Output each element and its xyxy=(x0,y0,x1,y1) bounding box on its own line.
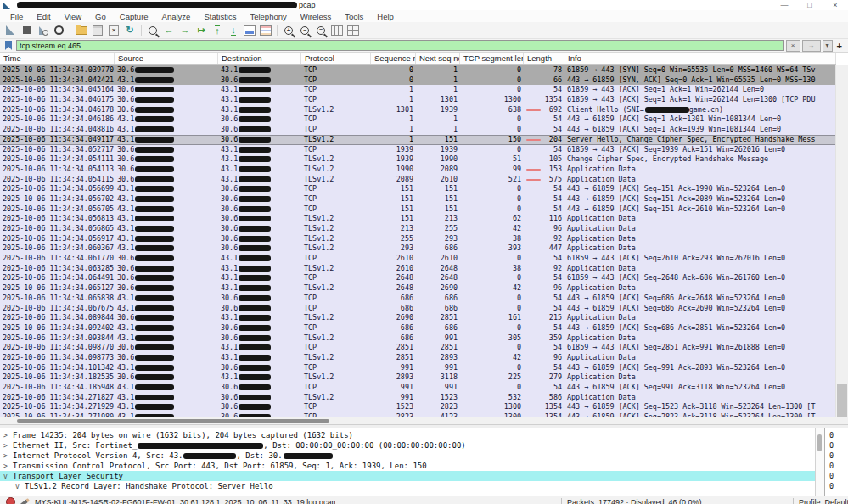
zoom-out-icon[interactable]: − xyxy=(297,24,312,37)
colorize-icon[interactable] xyxy=(258,24,273,37)
auto-scroll-icon[interactable] xyxy=(242,24,257,37)
packet-row[interactable]: 2025-10-06 11:34:34.06036743.130.6TLSv1.… xyxy=(0,244,836,254)
close-file-icon[interactable]: × xyxy=(106,24,121,37)
packet-row[interactable]: 2025-10-06 11:34:34.05669943.130.6TCP151… xyxy=(0,184,836,194)
packet-row[interactable]: 2025-10-06 11:34:34.06449130.643.1TCP264… xyxy=(0,273,836,283)
detail-tree-item[interactable]: >Frame 14235: 204 bytes on wire (1632 bi… xyxy=(0,430,815,440)
packet-row[interactable]: 2025-10-06 11:34:34.09240243.130.6TCP686… xyxy=(0,323,836,333)
menu-edit[interactable]: Edit xyxy=(30,12,57,21)
open-file-icon[interactable] xyxy=(74,24,89,37)
scrollbar-thumb[interactable] xyxy=(17,419,329,423)
collapse-arrow-icon[interactable]: v xyxy=(15,482,25,492)
filter-bookmark-icon[interactable] xyxy=(5,41,12,50)
packet-row[interactable]: 2025-10-06 11:34:34.05411530.643.1TLSv1.… xyxy=(0,175,836,185)
packet-row[interactable]: 2025-10-06 11:34:34.05411130.643.1TLSv1.… xyxy=(0,154,836,165)
packet-row[interactable]: 2025-10-06 11:34:34.10134243.130.6TCP991… xyxy=(0,363,836,373)
find-packet-icon[interactable] xyxy=(145,24,160,37)
close-icon[interactable]: × xyxy=(823,0,848,10)
packet-list-vertical-scrollbar[interactable] xyxy=(835,65,848,417)
go-back-icon[interactable]: ← xyxy=(161,24,177,37)
menu-statistics[interactable]: Statistics xyxy=(197,12,243,21)
go-bottom-icon[interactable]: ↓ xyxy=(226,24,241,37)
packet-row[interactable]: 2025-10-06 11:34:34.08984430.643.1TLSv1.… xyxy=(0,313,836,323)
packet-row[interactable]: 2025-10-06 11:34:34.05411330.643.1TLSv1.… xyxy=(0,165,836,175)
profile-label[interactable]: Profile: Default xyxy=(799,498,848,504)
menu-analyze[interactable]: Analyze xyxy=(155,12,198,21)
packet-list-horizontal-scrollbar[interactable] xyxy=(0,417,848,424)
resize-columns-icon[interactable] xyxy=(329,24,345,37)
capture-filters-icon[interactable] xyxy=(51,24,66,37)
packet-row[interactable]: 2025-10-06 11:34:34.06512730.643.1TLSv1.… xyxy=(0,283,836,294)
packet-row[interactable]: 2025-10-06 11:34:34.18253530.643.1TLSv1.… xyxy=(0,372,836,383)
detail-tree-item[interactable]: >Transmission Control Protocol, Src Port… xyxy=(0,461,815,471)
zoom-in-icon[interactable]: + xyxy=(281,24,296,37)
packet-row[interactable]: 2025-10-06 11:34:34.04617830.643.1TLSv1.… xyxy=(0,105,836,115)
scrollbar-thumb[interactable] xyxy=(817,434,822,451)
layout-grid-icon[interactable] xyxy=(345,24,361,37)
packet-row[interactable]: 2025-10-06 11:34:34.06583843.130.6TCP686… xyxy=(0,294,836,304)
stop-capture-icon[interactable] xyxy=(19,24,34,37)
filter-apply-icon[interactable]: → xyxy=(802,40,821,52)
packet-row[interactable]: 2025-10-06 11:34:34.05670543.130.6TCP151… xyxy=(0,204,836,215)
packet-row[interactable]: 2025-10-06 11:34:34.04617530.643.1TCP113… xyxy=(0,95,836,105)
minimize-icon[interactable]: — xyxy=(772,0,797,10)
packet-row[interactable]: 2025-10-06 11:34:34.04618643.130.6TCP110… xyxy=(0,115,836,125)
save-file-icon[interactable] xyxy=(90,24,105,37)
column-header-sequence-no[interactable]: Sequence no xyxy=(371,53,416,64)
menu-view[interactable]: View xyxy=(58,12,88,21)
column-header-protocol[interactable]: Protocol xyxy=(301,53,371,64)
packet-row[interactable]: 2025-10-06 11:34:34.06328530.643.1TLSv1.… xyxy=(0,264,836,274)
packet-row[interactable]: 2025-10-06 11:34:34.27192943.130.6TCP152… xyxy=(0,402,836,412)
scrollbar-thumb[interactable] xyxy=(837,384,847,417)
detail-tree-item[interactable]: >Ethernet II, Src: Fortinet_, Dst: 00:00… xyxy=(0,440,815,451)
packet-row[interactable]: 2025-10-06 11:34:34.05691743.130.6TLSv1.… xyxy=(0,234,836,244)
packet-row[interactable]: 2025-10-06 11:34:34.04516430.643.1TCP110… xyxy=(0,85,836,95)
start-capture-icon[interactable] xyxy=(3,24,18,37)
column-header-tcp-segment-length[interactable]: TCP segment length xyxy=(460,53,524,64)
packet-row[interactable]: 2025-10-06 11:34:34.03977030.643.1TCP010… xyxy=(0,65,836,76)
filter-clear-icon[interactable]: × xyxy=(786,40,800,52)
reload-icon[interactable]: ↻ xyxy=(122,24,138,37)
go-top-icon[interactable]: ↑ xyxy=(210,24,225,37)
packet-row[interactable]: 2025-10-06 11:34:34.05670243.130.6TCP151… xyxy=(0,194,836,204)
menu-go[interactable]: Go xyxy=(88,12,113,21)
packet-row[interactable]: 2025-10-06 11:34:34.04242143.130.6TCP010… xyxy=(0,76,836,86)
packet-row[interactable]: 2025-10-06 11:34:34.27182743.130.6TLSv1.… xyxy=(0,393,836,403)
packet-row[interactable]: 2025-10-06 11:34:34.04911743.130.6TLSv1.… xyxy=(0,135,836,145)
collapse-arrow-icon[interactable]: v xyxy=(3,472,13,482)
go-forward-icon[interactable]: → xyxy=(177,24,193,37)
capture-options-icon[interactable] xyxy=(35,24,50,37)
packet-row[interactable]: 2025-10-06 11:34:34.05271730.643.1TCP193… xyxy=(0,145,836,155)
capture-comment-icon[interactable] xyxy=(20,498,30,504)
detail-tree-item[interactable]: vTransport Layer Security xyxy=(0,471,815,481)
packet-row[interactable]: 2025-10-06 11:34:34.18594843.130.6TCP991… xyxy=(0,383,836,393)
menu-file[interactable]: File xyxy=(3,12,30,21)
packet-row[interactable]: 2025-10-06 11:34:34.06177030.643.1TCP261… xyxy=(0,254,836,264)
menu-telephony[interactable]: Telephony xyxy=(243,12,293,21)
go-to-packet-icon[interactable]: ↦ xyxy=(194,24,209,37)
packet-row[interactable]: 2025-10-06 11:34:34.09877330.643.1TLSv1.… xyxy=(0,353,836,363)
column-header-info[interactable]: Info xyxy=(564,53,836,64)
filter-add-button[interactable]: + xyxy=(837,41,842,51)
column-header-time[interactable]: Time xyxy=(0,53,115,64)
packet-row[interactable]: 2025-10-06 11:34:34.09384443.130.6TLSv1.… xyxy=(0,333,836,344)
menu-capture[interactable]: Capture xyxy=(113,12,155,21)
packet-row[interactable]: 2025-10-06 11:34:34.06767543.130.6TCP686… xyxy=(0,304,836,314)
menu-help[interactable]: Help xyxy=(370,12,401,21)
detail-tree-item[interactable]: vTLSv1.2 Record Layer: Handshake Protoco… xyxy=(0,481,815,491)
detail-tree-item[interactable]: >Internet Protocol Version 4, Src: 43., … xyxy=(0,451,815,461)
packet-row[interactable]: 2025-10-06 11:34:34.05686543.130.6TLSv1.… xyxy=(0,224,836,234)
packet-row[interactable]: 2025-10-06 11:34:34.04881643.130.6TCP110… xyxy=(0,125,836,135)
expert-info-icon[interactable] xyxy=(6,497,15,504)
maximize-icon[interactable]: □ xyxy=(797,0,823,10)
packet-row[interactable]: 2025-10-06 11:34:34.09877030.643.1TCP285… xyxy=(0,343,836,353)
filter-dropdown-icon[interactable]: ▾ xyxy=(823,40,833,52)
details-vertical-scrollbar[interactable] xyxy=(815,428,824,496)
column-header-length[interactable]: Length xyxy=(524,53,564,64)
menu-wireless[interactable]: Wireless xyxy=(294,12,338,21)
packet-row[interactable]: 2025-10-06 11:34:34.05681343.130.6TLSv1.… xyxy=(0,214,836,224)
column-header-source[interactable]: Source xyxy=(115,53,218,64)
column-header-destination[interactable]: Destination xyxy=(218,53,301,64)
display-filter-input[interactable] xyxy=(16,40,784,51)
zoom-reset-icon[interactable]: = xyxy=(313,24,329,37)
